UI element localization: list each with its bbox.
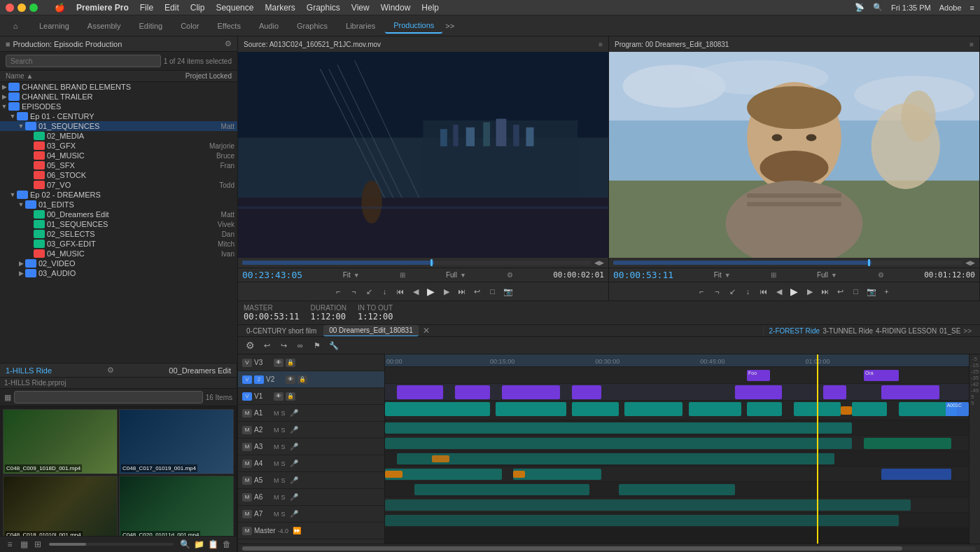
- tab-effects[interactable]: Effects: [209, 19, 248, 33]
- source-quality-label[interactable]: Full: [446, 271, 457, 279]
- master-expand[interactable]: ⏩: [290, 525, 303, 537]
- source-step-forward[interactable]: ▶: [440, 285, 453, 298]
- v1-clip-5[interactable]: [689, 402, 741, 416]
- a2-clip[interactable]: [385, 438, 852, 449]
- a4-clip-2[interactable]: [513, 469, 601, 480]
- tree-item-2[interactable]: ▶CHANNEL TRAILER: [0, 92, 237, 102]
- v1-clip-2[interactable]: [496, 402, 566, 416]
- tree-arrow-5[interactable]: ▼: [17, 123, 25, 130]
- menu-markers[interactable]: Markers: [265, 3, 295, 13]
- a5-mic[interactable]: 🎤: [288, 474, 300, 487]
- menu-graphics[interactable]: Graphics: [307, 3, 340, 13]
- timeline-settings[interactable]: 🔧: [328, 339, 340, 352]
- v1-eye[interactable]: 👁: [274, 392, 284, 401]
- menu-apple[interactable]: 🍎: [55, 3, 65, 13]
- minimize-button[interactable]: [18, 4, 26, 12]
- source-transform-icon[interactable]: ⊞: [400, 271, 405, 279]
- a4-mic[interactable]: 🎤: [288, 457, 300, 470]
- source-fit-chevron[interactable]: ▼: [354, 272, 360, 279]
- a4-m[interactable]: M: [274, 460, 279, 467]
- a6-s[interactable]: S: [281, 494, 286, 501]
- a7-s[interactable]: S: [281, 511, 286, 518]
- menu-sequence[interactable]: Sequence: [216, 3, 253, 13]
- a2-s[interactable]: S: [281, 427, 286, 434]
- timeline-tab-century[interactable]: 0-CENTURY short film: [241, 326, 322, 336]
- menu-edit[interactable]: Edit: [164, 3, 179, 13]
- tree-arrow-4[interactable]: ▼: [8, 113, 17, 120]
- tree-item-12[interactable]: ▼Ep 02 - DREAMERS: [0, 190, 237, 200]
- v2-clip-2[interactable]: [455, 385, 490, 399]
- media-tab-dreamers[interactable]: 00_Dreamers Edit: [169, 366, 231, 375]
- v1-clip-orange[interactable]: [841, 406, 853, 415]
- v1-clip-3[interactable]: [572, 402, 619, 416]
- a3-clip[interactable]: [397, 453, 835, 464]
- program-safe-margins[interactable]: □: [850, 285, 862, 298]
- icon-view-icon[interactable]: ⊞: [32, 539, 43, 550]
- tree-item-11[interactable]: 07_VOTodd: [0, 180, 237, 190]
- tree-item-18[interactable]: 04_MUSICIvan: [0, 249, 237, 258]
- tree-arrow-13[interactable]: ▼: [17, 201, 25, 208]
- close-button[interactable]: [6, 4, 14, 12]
- program-step-forward[interactable]: ▶: [804, 285, 816, 298]
- source-insert-icon[interactable]: ↙: [363, 285, 376, 298]
- a7-m[interactable]: M: [274, 511, 279, 518]
- menu-view[interactable]: View: [351, 3, 370, 13]
- a3-clip-orange[interactable]: [432, 455, 449, 462]
- v3-eye[interactable]: 👁: [274, 359, 284, 367]
- tree-item-13[interactable]: ▼01_EDITS: [0, 200, 237, 209]
- source-quality-chevron[interactable]: ▼: [460, 272, 466, 279]
- v1-clip-1[interactable]: [385, 402, 490, 416]
- program-progress-bar[interactable]: ◀▶: [609, 258, 979, 268]
- tree-item-16[interactable]: 02_SELECTSDan: [0, 229, 237, 239]
- master-lock[interactable]: M: [242, 527, 252, 535]
- a3-m[interactable]: M: [274, 443, 279, 450]
- program-transform-icon[interactable]: ⊞: [771, 271, 776, 279]
- tab-audio[interactable]: Audio: [251, 19, 287, 33]
- v1-toggle[interactable]: V: [242, 392, 252, 401]
- a4-orange[interactable]: [385, 471, 402, 478]
- v1-clip-4[interactable]: [624, 402, 682, 416]
- tree-item-10[interactable]: 06_STOCK: [0, 170, 237, 180]
- maximize-button[interactable]: [29, 4, 38, 12]
- v2-clip-3[interactable]: [502, 385, 560, 399]
- tree-item-19[interactable]: ▶02_VIDEO: [0, 258, 237, 268]
- timeline-tool-3[interactable]: ↪: [277, 339, 290, 352]
- tree-arrow-1[interactable]: ▶: [0, 83, 8, 90]
- tree-item-6[interactable]: 02_MEDIA: [0, 131, 237, 141]
- source-overwrite-icon[interactable]: ↓: [379, 285, 391, 298]
- menu-clip[interactable]: Clip: [190, 3, 205, 13]
- timeline-tool-4[interactable]: ∞: [294, 339, 307, 352]
- tree-item-4[interactable]: ▼Ep 01 - CENTURY: [0, 111, 237, 121]
- home-button[interactable]: ⌂: [6, 16, 25, 36]
- program-step-back[interactable]: ◀: [773, 285, 785, 298]
- tab-editing[interactable]: Editing: [131, 19, 172, 33]
- a1-s[interactable]: S: [281, 410, 286, 417]
- tree-item-8[interactable]: 04_MUSICBruce: [0, 151, 237, 160]
- program-mark-in[interactable]: ⌐: [696, 285, 708, 298]
- new-bin-icon[interactable]: 📋: [207, 539, 218, 550]
- source-fit-label[interactable]: Fit: [343, 271, 351, 279]
- a7-toggle[interactable]: M: [242, 510, 252, 518]
- media-tab-hills[interactable]: 1-HILLS Ride: [6, 366, 52, 375]
- menu-help[interactable]: Help: [421, 3, 439, 13]
- media-search-input[interactable]: [14, 391, 203, 403]
- v2-eye[interactable]: 👁: [286, 375, 295, 384]
- project-search-input[interactable]: [6, 55, 161, 67]
- tree-arrow-12[interactable]: ▼: [8, 191, 17, 198]
- tab-assembly[interactable]: Assembly: [79, 19, 130, 33]
- a6-clip[interactable]: [385, 499, 911, 511]
- source-prev-edit[interactable]: ⏮: [394, 285, 407, 298]
- media-thumb-4[interactable]: C048_C020_01011d_001.mp4: [119, 476, 234, 536]
- source-next-edit[interactable]: ⏭: [456, 285, 468, 298]
- tree-arrow-20[interactable]: ▶: [17, 270, 25, 277]
- a1-m[interactable]: M: [274, 410, 279, 417]
- tree-arrow-2[interactable]: ▶: [0, 93, 8, 100]
- source-monitor-menu[interactable]: ≡: [598, 41, 603, 48]
- close-timeline-tab[interactable]: ✕: [423, 326, 430, 336]
- v3-clip-1[interactable]: Foo: [747, 370, 770, 381]
- a5-s[interactable]: S: [281, 477, 286, 484]
- a5-clip-2[interactable]: [619, 484, 736, 495]
- media-bin-tab-tunnel[interactable]: 3-TUNNEL Ride: [822, 327, 873, 335]
- a6-mic[interactable]: 🎤: [288, 491, 300, 504]
- v3-lock[interactable]: 🔒: [286, 359, 295, 367]
